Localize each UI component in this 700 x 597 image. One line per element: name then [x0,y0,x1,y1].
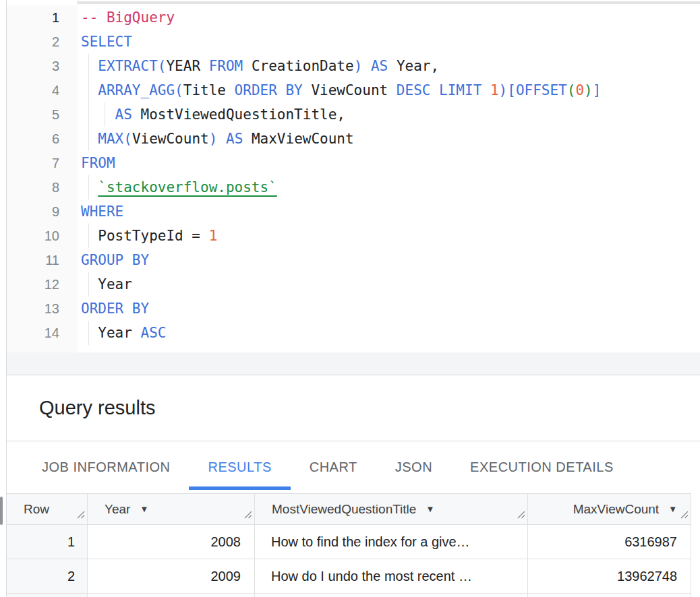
code-token: Year [98,325,140,341]
table-row [7,594,691,597]
column-resize-handle-icon[interactable] [680,507,689,522]
code-token [81,179,98,195]
line-number: 11 [7,248,59,272]
cell-mostviewedquestiontitle [255,594,528,597]
column-header-label: Year [105,502,130,517]
editor-hscrollbar-track[interactable] [7,352,700,375]
code-token [81,106,115,123]
code-token: MaxViewCount [243,131,353,147]
code-token: SELECT [81,34,132,50]
top-tab-separator [78,0,78,5]
code-line: EXTRACT(YEAR FROM CreationDate) AS Year, [81,54,700,78]
line-number: 13 [7,296,59,321]
cell-year: 2008 [88,525,255,559]
indent-guide [88,78,89,102]
code-token: ) [209,131,218,147]
code-token: FROM [209,58,243,74]
cell-mostviewedquestiontitle: How to find the index for a give… [255,525,528,559]
indent-guide [88,54,89,78]
code-token [482,82,490,98]
code-token: WHERE [81,203,123,220]
code-token: Year, [388,58,439,74]
cell-row: 2 [7,559,88,594]
results-table: RowYear▼MostViewedQuestionTitle▼MaxViewC… [7,493,691,597]
line-number: 10 [7,224,59,248]
line-number: 12 [7,272,59,296]
code-token [81,228,98,244]
bigquery-console: 1234567891011121314 -- BigQuerySELECT EX… [0,0,700,597]
indent-guide [88,224,89,248]
code-line: `stackoverflow.posts` [81,175,700,199]
column-header-mostviewedquestiontitle[interactable]: MostViewedQuestionTitle▼ [255,494,528,525]
code-line: GROUP BY [81,248,700,272]
tab-json[interactable]: JSON [376,441,451,493]
code-line: Year ASC [81,321,700,345]
line-number: 14 [7,321,59,345]
vertical-scrollbar-thumb[interactable] [0,497,3,525]
code-line: AS MostViewedQuestionTitle, [81,102,700,127]
query-results-header: Query results [7,375,700,441]
sql-editor[interactable]: 1234567891011121314 -- BigQuerySELECT EX… [7,5,700,352]
code-token [362,58,371,74]
table-row: 22009How do I undo the most recent …1396… [7,559,691,594]
line-number-gutter: 1234567891011121314 [7,5,78,352]
column-header-year[interactable]: Year▼ [88,494,255,525]
code-token: 1 [209,228,218,244]
tab-chart[interactable]: CHART [291,441,376,493]
code-token: PostTypeId = [98,228,208,244]
tab-job-information[interactable]: JOB INFORMATION [23,441,189,493]
indent-guide [88,321,89,345]
column-resize-handle-icon[interactable] [76,507,85,522]
table-row: 12008How to find the index for a give…63… [7,525,691,559]
code-line: MAX(ViewCount) AS MaxViewCount [81,127,700,151]
code-token [81,325,98,341]
code-token: EXTRACT( [98,58,166,74]
code-line: ARRAY_AGG(Title ORDER BY ViewCount DESC … [81,78,700,102]
column-resize-handle-icon[interactable] [517,507,525,522]
line-number: 9 [7,199,59,224]
column-header-label: MostViewedQuestionTitle [272,502,416,517]
cell-maxviewcount [528,594,691,597]
line-number: 4 [7,78,59,102]
cell-row: 1 [7,525,88,559]
code-token: MostViewedQuestionTitle, [132,106,345,123]
code-token: AS [226,131,243,147]
cell-maxviewcount: 6316987 [528,525,691,559]
results-tab-bar: JOB INFORMATIONRESULTSCHARTJSONEXECUTION… [7,441,700,493]
code-token [81,58,98,74]
tab-execution-details[interactable]: EXECUTION DETAILS [451,441,633,493]
table-header-row: RowYear▼MostViewedQuestionTitle▼MaxViewC… [7,494,691,525]
cell-year: 2009 [88,559,255,594]
code-line: -- BigQuery [81,5,700,30]
tab-label: JSON [395,460,432,475]
code-token: ( [567,82,576,98]
column-header-maxviewcount[interactable]: MaxViewCount▼ [528,494,691,525]
column-resize-handle-icon[interactable] [243,507,252,522]
indent-guide [105,102,105,127]
cell-year [88,594,255,597]
code-line: PostTypeId = 1 [81,224,700,248]
code-token: CreationDate [243,58,353,74]
cell-mostviewedquestiontitle: How do I undo the most recent … [255,559,528,594]
table-reference-link[interactable]: `stackoverflow.posts` [98,179,277,195]
tab-results[interactable]: RESULTS [189,441,290,493]
sort-caret-icon[interactable]: ▼ [140,504,148,514]
line-number: 3 [7,54,59,78]
line-number: 7 [7,151,59,175]
sort-caret-icon[interactable]: ▼ [668,504,677,514]
column-header-label: Row [24,502,49,517]
code-token: AS [371,58,388,74]
column-header-row[interactable]: Row [7,494,88,525]
code-token: )[OFFSET [499,82,567,98]
column-header-label: MaxViewCount [573,502,659,517]
code-token: ASC [141,325,167,341]
code-token: ) [354,58,363,74]
sort-caret-icon[interactable]: ▼ [426,504,434,514]
line-number: 2 [7,30,59,54]
code-line: Year [81,272,700,296]
line-number: 8 [7,175,59,199]
page-title: Query results [39,397,155,419]
code-token [81,131,98,147]
sql-code-area[interactable]: -- BigQuerySELECT EXTRACT(YEAR FROM Crea… [78,5,700,352]
code-token [200,58,209,74]
